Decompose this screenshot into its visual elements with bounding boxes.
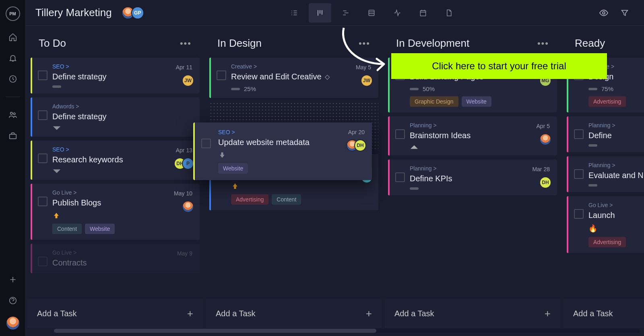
board-view-icon[interactable]: [309, 3, 331, 23]
assignees: [539, 133, 551, 145]
horizontal-scrollbar[interactable]: [54, 329, 640, 333]
assignees: JW: [182, 75, 194, 87]
task-card[interactable]: Planning >Brainstorm IdeasApr 5: [388, 116, 557, 156]
task-date: Apr 5: [537, 123, 550, 129]
arrow-annotation: [332, 26, 396, 78]
task-category: Planning >: [588, 122, 644, 129]
column-cards: SEO >Define strategyApr 11JWAdwords >Def…: [27, 58, 203, 299]
svg-point-2: [13, 113, 15, 115]
checkbox[interactable]: [574, 209, 584, 219]
checkbox[interactable]: [38, 257, 47, 266]
add-task-button[interactable]: Add a Task+: [27, 299, 203, 328]
plus-icon[interactable]: [8, 275, 18, 284]
checkbox[interactable]: [38, 153, 47, 163]
board-column: To Do •••SEO >Define strategyApr 11JWAdw…: [26, 26, 204, 328]
task-card[interactable]: SEO >Research keywordsApr 13DHP: [31, 141, 200, 180]
priority-low-icon: [52, 125, 61, 131]
clock-icon[interactable]: [8, 74, 18, 84]
checkbox[interactable]: [574, 129, 584, 139]
sidebar-left: PM: [0, 0, 26, 336]
scrollbar-thumb[interactable]: [54, 329, 376, 333]
avatar: DH: [539, 176, 551, 189]
column-cards: Creative >Design75%AdvertisingPlanning >…: [564, 58, 644, 299]
progress-text: 25%: [244, 85, 256, 92]
task-card[interactable]: Planning >Define KPIsMar 28DH: [388, 160, 557, 195]
avatar: [539, 133, 551, 145]
task-title: Define: [588, 131, 644, 140]
task-card[interactable]: Planning >Define: [567, 116, 644, 152]
checkbox[interactable]: [395, 172, 405, 182]
avatar: [182, 201, 194, 213]
bell-icon[interactable]: [8, 53, 18, 63]
task-card[interactable]: Adwords >Define strategy: [31, 97, 200, 137]
calendar-view-icon[interactable]: [412, 3, 434, 23]
current-user-avatar[interactable]: [6, 317, 19, 330]
progress-bar: [410, 187, 419, 190]
column-title: In Design: [217, 37, 262, 50]
dragging-card[interactable]: SEO > Update website metadata Apr 20 DH …: [193, 122, 372, 180]
column-menu-icon[interactable]: •••: [180, 38, 192, 49]
priority-low-icon: [52, 168, 61, 174]
column-cards: Creative >Build Landing PagesApr 29MG50%…: [385, 58, 560, 299]
list-view-icon[interactable]: [283, 3, 305, 23]
task-category: SEO >: [218, 129, 364, 135]
task-title: Evaluate and N: [588, 171, 644, 180]
progress-bar: [231, 88, 240, 90]
task-card[interactable]: Go Live >ContractsMay 9: [31, 244, 200, 273]
sheet-view-icon[interactable]: [360, 3, 383, 23]
task-date: Apr 13: [176, 147, 192, 153]
filter-icon[interactable]: [620, 8, 630, 18]
activity-view-icon[interactable]: [386, 3, 409, 23]
task-card[interactable]: Go Live >Publish BlogsMay 10ContentWebsi…: [31, 184, 200, 240]
checkbox[interactable]: [38, 110, 47, 120]
checkbox[interactable]: [574, 169, 584, 179]
divider: [6, 97, 20, 97]
task-category: Planning >: [588, 162, 644, 168]
task-category: SEO >: [52, 146, 192, 153]
task-card[interactable]: Planning >Evaluate and N: [567, 156, 644, 192]
checkbox[interactable]: [38, 71, 47, 80]
tag: Content: [52, 224, 82, 234]
project-members[interactable]: GP: [122, 6, 144, 19]
tag: Advertising: [588, 237, 626, 247]
svg-point-7: [603, 12, 605, 14]
avatar: JW: [182, 75, 194, 87]
task-card[interactable]: Go Live >Launch🔥Advertising: [567, 196, 644, 253]
people-icon[interactable]: [8, 110, 18, 120]
svg-rect-5: [369, 10, 374, 15]
task-category: Go Live >: [52, 189, 192, 196]
task-date: Apr 20: [348, 129, 365, 135]
task-title: Research keywords: [52, 155, 192, 164]
file-view-icon[interactable]: [438, 3, 460, 23]
svg-rect-3: [9, 134, 16, 139]
cta-banner[interactable]: Click here to start your free trial: [391, 53, 607, 79]
task-card[interactable]: SEO >Define strategyApr 11JW: [31, 58, 200, 93]
task-title: Define strategy: [52, 112, 192, 121]
checkbox[interactable]: [395, 129, 405, 139]
add-task-label: Add a Task: [37, 309, 77, 318]
help-icon[interactable]: [8, 296, 18, 305]
task-title: Update website metadata: [218, 138, 364, 147]
add-task-button[interactable]: Add a Task+: [385, 299, 560, 328]
checkbox[interactable]: [217, 71, 226, 80]
column-title: Ready: [575, 37, 605, 50]
column-title: To Do: [39, 37, 66, 50]
project-title: Tillery Marketing: [35, 6, 112, 19]
briefcase-icon[interactable]: [8, 131, 18, 141]
checkbox[interactable]: [201, 139, 211, 148]
add-task-button[interactable]: Add a Task+: [206, 299, 382, 328]
tag: Website: [218, 163, 248, 174]
gantt-view-icon[interactable]: [334, 3, 357, 23]
checkbox[interactable]: [38, 197, 47, 206]
home-icon[interactable]: [8, 32, 18, 42]
progress-bar: [588, 88, 597, 90]
progress-bar: [588, 144, 597, 147]
column-menu-icon[interactable]: •••: [537, 38, 549, 49]
tag: Graphic Design: [410, 96, 458, 107]
task-title: Define strategy: [52, 72, 192, 81]
plus-icon: +: [366, 307, 372, 320]
task-date: May 9: [177, 250, 192, 257]
visibility-icon[interactable]: [599, 8, 609, 18]
app-logo[interactable]: PM: [6, 6, 20, 21]
add-task-button[interactable]: Add a Task+: [564, 299, 644, 328]
